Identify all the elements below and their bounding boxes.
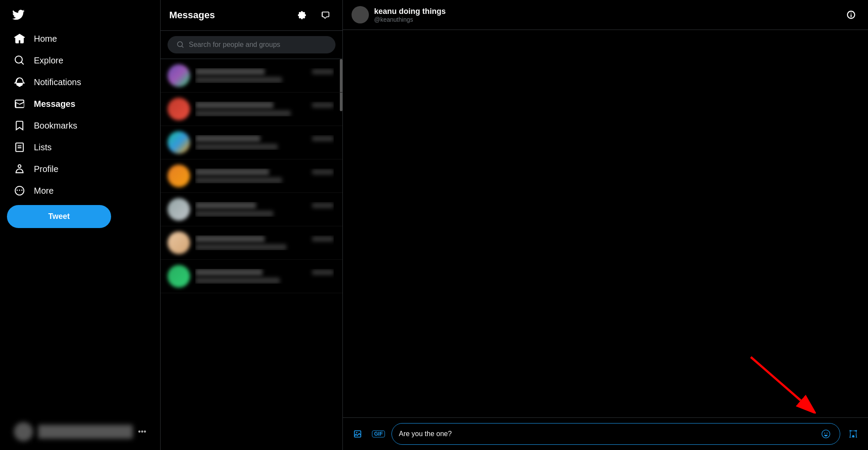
message-avatar — [168, 265, 190, 288]
chat-info-button[interactable] — [843, 7, 859, 23]
search-placeholder-text: Search for people and groups — [189, 41, 280, 49]
message-avatar — [168, 232, 190, 254]
compose-icon — [321, 10, 330, 20]
message-preview — [195, 211, 273, 217]
search-container: Search for people and groups — [161, 31, 342, 59]
sidebar-item-notifications-label: Notifications — [34, 77, 81, 87]
compose-area: GIF — [343, 417, 868, 450]
sidebar-item-home-label: Home — [34, 34, 57, 44]
chat-handle: @keanuthings — [374, 16, 446, 23]
message-content — [195, 135, 334, 150]
message-name — [195, 235, 265, 242]
chat-header: keanu doing things @keanuthings — [343, 0, 868, 30]
search-icon — [177, 41, 184, 49]
sidebar-item-profile[interactable]: Profile — [7, 158, 153, 180]
list-icon — [14, 142, 25, 153]
message-avatar — [168, 98, 190, 120]
image-attach-button[interactable] — [350, 426, 365, 442]
sidebar-item-explore-label: Explore — [34, 56, 63, 66]
chat-username: keanu doing things — [374, 7, 446, 16]
compose-input[interactable] — [399, 430, 815, 438]
chat-messages — [343, 30, 868, 417]
message-preview — [195, 244, 286, 250]
compose-message-button[interactable] — [317, 7, 334, 23]
message-preview — [195, 77, 282, 83]
send-button[interactable] — [845, 426, 861, 442]
message-time — [312, 236, 334, 242]
emoji-icon — [821, 429, 831, 439]
sidebar-item-lists-label: Lists — [34, 142, 52, 152]
info-icon — [846, 10, 856, 20]
message-content — [195, 169, 334, 183]
message-preview — [195, 110, 291, 116]
chat-user-info: keanu doing things @keanuthings — [374, 7, 446, 23]
compose-input-wrapper — [391, 423, 840, 445]
bookmark-icon — [14, 120, 25, 131]
sidebar-item-explore[interactable]: Explore — [7, 50, 153, 71]
send-icon — [848, 429, 858, 439]
messages-header: Messages — [161, 0, 342, 31]
message-time — [312, 169, 334, 175]
message-avatar — [168, 165, 190, 187]
sidebar: Home Explore Notifications Messages Book… — [0, 0, 161, 450]
sidebar-item-messages-label: Messages — [34, 99, 76, 109]
sidebar-item-notifications[interactable]: Notifications — [7, 71, 153, 93]
messages-panel: Messages Search for people and groups — [161, 0, 343, 450]
person-icon — [14, 163, 25, 175]
message-item[interactable] — [161, 193, 342, 226]
sidebar-item-home[interactable]: Home — [7, 28, 153, 50]
message-preview — [195, 278, 280, 284]
messages-header-icons — [294, 7, 334, 23]
message-name — [195, 202, 256, 209]
twitter-logo[interactable] — [7, 3, 30, 26]
message-avatar — [168, 198, 190, 221]
gear-icon — [297, 10, 307, 20]
sidebar-item-bookmarks-label: Bookmarks — [34, 121, 77, 131]
message-content — [195, 269, 334, 284]
gif-button[interactable]: GIF — [371, 426, 386, 442]
message-item[interactable] — [161, 159, 342, 193]
messages-title: Messages — [169, 10, 215, 21]
message-time — [312, 270, 334, 275]
sidebar-item-more[interactable]: More — [7, 180, 153, 202]
emoji-button[interactable] — [819, 427, 833, 441]
user-avatar — [14, 422, 33, 441]
message-item[interactable] — [161, 260, 342, 293]
message-item[interactable] — [161, 93, 342, 126]
message-time — [312, 136, 334, 141]
messages-list[interactable] — [161, 59, 342, 450]
account-options-icon: ••• — [138, 427, 146, 437]
chat-area: keanu doing things @keanuthings — [343, 0, 868, 450]
message-item[interactable] — [161, 126, 342, 159]
sidebar-item-bookmarks[interactable]: Bookmarks — [7, 115, 153, 136]
message-name — [195, 102, 273, 109]
sidebar-item-more-label: More — [34, 186, 54, 196]
gif-label: GIF — [372, 430, 385, 437]
user-account-button[interactable]: ••• — [7, 417, 153, 447]
more-icon — [14, 185, 25, 196]
settings-button[interactable] — [294, 7, 310, 23]
message-preview — [195, 144, 278, 150]
message-name — [195, 169, 269, 175]
message-avatar — [168, 64, 190, 87]
chat-user-avatar — [352, 6, 369, 23]
message-avatar — [168, 131, 190, 154]
user-name — [38, 425, 133, 439]
sidebar-item-profile-label: Profile — [34, 164, 59, 174]
message-name — [195, 269, 263, 276]
bell-icon — [14, 76, 25, 88]
message-content — [195, 235, 334, 250]
tweet-button[interactable]: Tweet — [7, 205, 111, 228]
message-time — [312, 103, 334, 108]
search-bar[interactable]: Search for people and groups — [168, 36, 335, 53]
message-item[interactable] — [161, 226, 342, 260]
message-item[interactable] — [161, 59, 342, 93]
chat-header-left: keanu doing things @keanuthings — [352, 6, 446, 23]
home-icon — [14, 33, 25, 44]
sidebar-item-lists[interactable]: Lists — [7, 136, 153, 158]
envelope-icon — [14, 98, 25, 109]
sidebar-item-messages[interactable]: Messages — [7, 93, 153, 115]
message-name — [195, 135, 260, 142]
message-content — [195, 202, 334, 217]
message-content — [195, 102, 334, 116]
